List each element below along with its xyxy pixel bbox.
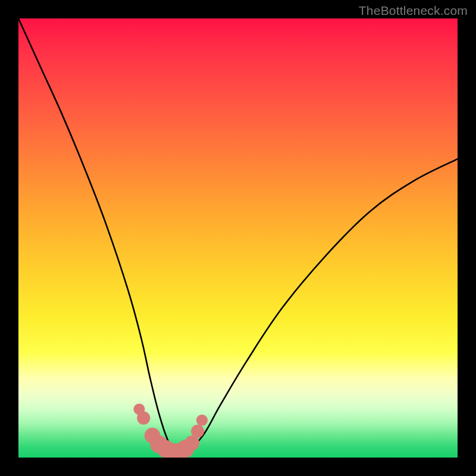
highlight-dot bbox=[137, 412, 150, 425]
highlight-dot bbox=[184, 436, 199, 450]
plot-area bbox=[18, 18, 458, 458]
watermark-text: TheBottleneck.com bbox=[359, 4, 468, 18]
highlight-dot bbox=[196, 415, 208, 426]
highlight-dot bbox=[191, 425, 204, 438]
chart-frame: TheBottleneck.com bbox=[0, 0, 476, 476]
bottleneck-curve bbox=[18, 18, 458, 455]
curve-layer bbox=[18, 18, 458, 458]
